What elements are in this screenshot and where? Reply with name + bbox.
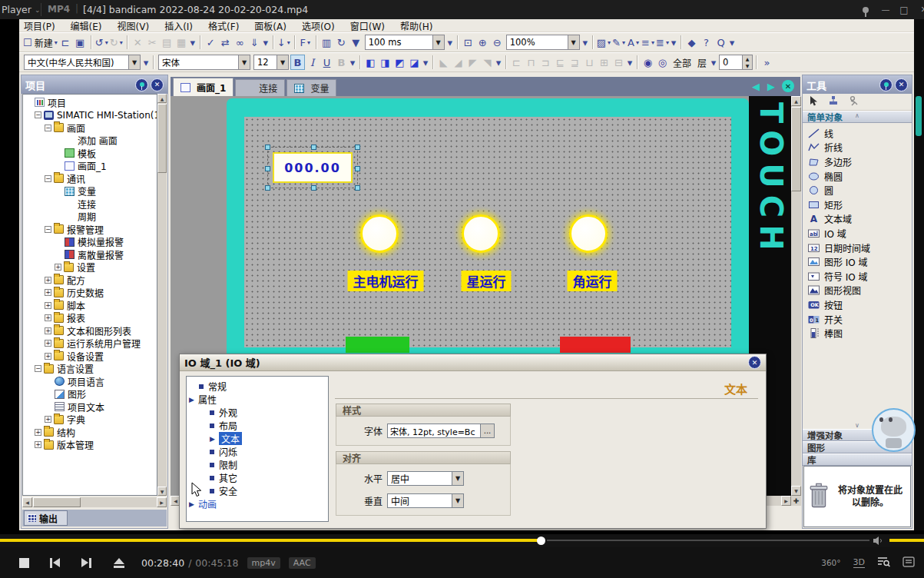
chevron-down-icon[interactable]: ▼ — [452, 494, 463, 507]
tool-item[interactable]: 多边形 — [808, 154, 912, 169]
tree-item[interactable]: −SIMATIC HMI-Station(1)(TP — [23, 109, 157, 122]
tab-connections[interactable]: 连接 — [235, 79, 285, 96]
more-icon[interactable]: ▾ — [142, 55, 150, 70]
menu-item[interactable]: 项目(P) — [24, 19, 55, 32]
fill-color-icon[interactable]: ▨▾ — [596, 35, 611, 50]
lasso-icon[interactable] — [848, 95, 859, 108]
tab-close-icon[interactable]: ✕ — [782, 80, 794, 92]
eject-icon[interactable] — [108, 547, 131, 578]
expand-toggle[interactable]: + — [45, 353, 51, 360]
pan-icon[interactable]: ✚ — [791, 496, 801, 506]
more-icon[interactable]: ▾ — [728, 35, 736, 50]
tree-item[interactable]: +设备设置 — [23, 350, 157, 363]
replace-icon[interactable]: ↻ — [334, 35, 349, 50]
check-consistency-icon[interactable]: ✓ — [204, 35, 218, 50]
dialog-tree-item[interactable]: 限制 — [187, 458, 328, 471]
dialog-titlebar[interactable]: IO 域_1 (IO 域) ✕ — [180, 354, 766, 371]
download-icon[interactable]: ⇓ — [247, 35, 262, 50]
tree-item[interactable]: 图形 — [23, 388, 157, 401]
more-icon[interactable]: ▾ — [262, 35, 270, 50]
tab-tags[interactable]: 变量 — [286, 79, 336, 96]
layer-spinner[interactable]: 0▲▼ — [719, 55, 753, 70]
size-combo[interactable]: 12▼ — [253, 55, 289, 70]
lamp-label-object[interactable]: 角运行 — [568, 271, 618, 291]
spin-down-icon[interactable]: ▼ — [743, 62, 752, 69]
resize-handle[interactable] — [355, 166, 360, 171]
more-icon[interactable]: ▾ — [581, 35, 589, 50]
tree-item[interactable]: 连接 — [23, 198, 157, 211]
tool-item[interactable]: 符号 IO 域 — [808, 269, 912, 284]
tool-item[interactable]: 矩形 — [808, 198, 912, 212]
more-icon[interactable]: ▾ — [446, 35, 454, 50]
close-icon[interactable]: ✕ — [748, 356, 761, 369]
scroll-down-icon[interactable]: ▼ — [157, 487, 167, 496]
tree-item[interactable]: +设置 — [23, 261, 157, 274]
delete-drop-area[interactable]: 将对象放置在此以删除。 — [803, 466, 911, 527]
overflow-icon[interactable]: » — [760, 55, 774, 70]
font-value-field[interactable]: 宋体, 12pt, style=Bc — [387, 424, 481, 438]
align-justify-icon[interactable]: ◪ — [407, 55, 422, 70]
zoom-area-icon[interactable]: ⊡ — [461, 35, 475, 50]
tool-item[interactable]: 图形 IO 域 — [808, 254, 912, 269]
tree-item[interactable]: −画面 — [23, 121, 157, 135]
dialog-tree-item[interactable]: 外观 — [187, 406, 328, 419]
menu-item[interactable]: 编辑(E) — [71, 19, 102, 32]
resize-handle[interactable] — [265, 144, 270, 150]
dialog-tree-item[interactable]: 常规 — [187, 380, 328, 393]
compile-icon[interactable]: ↓▾ — [277, 35, 291, 50]
tool-item[interactable]: 圆 — [808, 183, 912, 198]
stamp-icon[interactable] — [828, 95, 839, 108]
cross-reference-icon[interactable]: F▾ — [298, 35, 313, 50]
output-tab[interactable]: 输出 — [24, 510, 68, 526]
dialog-tree-item[interactable]: 安全 — [187, 484, 328, 497]
tool-item[interactable]: 线 — [808, 126, 912, 141]
menu-item[interactable]: 插入(I) — [164, 19, 193, 32]
bold-icon[interactable]: B — [290, 55, 305, 70]
volume-bar[interactable] — [889, 539, 924, 542]
menu-item[interactable]: 选项(O) — [302, 19, 335, 32]
resize-handle[interactable] — [311, 144, 316, 150]
library-header[interactable]: 库 — [803, 453, 912, 466]
resize-handle[interactable] — [355, 185, 360, 191]
expand-toggle[interactable]: + — [45, 289, 51, 296]
close-icon[interactable]: ✕ — [916, 0, 924, 19]
expand-toggle[interactable]: + — [35, 441, 41, 448]
font-color-icon[interactable]: A▾ — [626, 35, 641, 50]
pin-icon[interactable] — [879, 78, 893, 91]
canvas-vscrollbar[interactable]: ▲ ▼ — [791, 96, 801, 496]
tab-order-icon[interactable]: ◉ — [641, 55, 655, 70]
chevron-down-icon[interactable]: ▼ — [238, 55, 250, 69]
360-icon[interactable]: 360° — [821, 558, 840, 567]
tree-item[interactable]: +配方 — [23, 274, 157, 287]
tree-item[interactable]: +脚本 — [23, 299, 157, 312]
tree-item[interactable]: +结构 — [23, 426, 157, 439]
pin-icon[interactable] — [135, 78, 148, 91]
expand-toggle[interactable]: + — [45, 302, 51, 309]
player-menu-button[interactable]: Player ⌄ — [2, 0, 40, 19]
close-icon[interactable]: ✕ — [151, 78, 164, 91]
italic-icon[interactable]: I — [305, 55, 320, 70]
cursor-icon[interactable] — [809, 95, 819, 109]
chevron-down-icon[interactable]: ▼ — [277, 55, 288, 69]
tab-screen-1[interactable]: 画面_1 — [173, 78, 233, 96]
chevron-down-icon[interactable]: ▼ — [128, 55, 140, 69]
expand-toggle[interactable]: − — [35, 365, 41, 372]
find-icon[interactable]: ▥ — [320, 35, 334, 50]
more-icon[interactable]: ▾ — [495, 55, 502, 70]
scroll-right-icon[interactable]: ▶ — [781, 496, 791, 506]
simple-objects-header[interactable]: 简单对象 ∧ — [803, 111, 912, 123]
tool-item[interactable]: OK按钮 — [808, 297, 912, 312]
align-center-icon[interactable]: ◨ — [378, 55, 392, 70]
lamp-circle-object[interactable] — [360, 214, 399, 253]
dialog-tree-item[interactable]: ▶文本 — [187, 432, 328, 445]
dialog-tree-item[interactable]: 布局 — [187, 419, 328, 432]
scroll-up-icon[interactable]: ▲ — [157, 94, 167, 103]
mascot-overlay[interactable] — [872, 408, 916, 452]
tool-item[interactable]: 01开关 — [808, 312, 912, 327]
align-left-icon[interactable]: ◧ — [363, 55, 378, 70]
tree-item[interactable]: +文本和图形列表 — [23, 324, 157, 337]
more-icon[interactable]: ▾ — [189, 35, 197, 50]
expand-toggle[interactable]: + — [45, 277, 51, 284]
line-width-icon[interactable]: ≣▾ — [655, 35, 670, 50]
tool-item[interactable]: 棒图 — [808, 326, 912, 340]
